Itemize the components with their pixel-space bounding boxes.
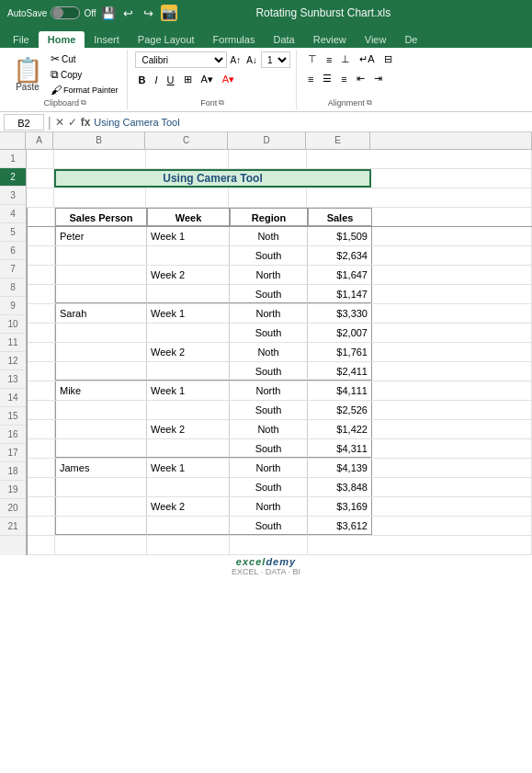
tab-data[interactable]: Data: [264, 31, 303, 48]
cell-c14[interactable]: [147, 401, 230, 419]
cell-reference[interactable]: B2: [4, 114, 44, 131]
cell-rest-17[interactable]: [372, 459, 532, 477]
cell-c5[interactable]: Week 1: [147, 227, 230, 245]
cell-a17[interactable]: [28, 459, 55, 477]
cell-c12[interactable]: [147, 362, 230, 381]
cell-c3[interactable]: [146, 188, 229, 207]
row-num-21[interactable]: 21: [0, 517, 26, 536]
cell-rest-19[interactable]: [372, 497, 532, 516]
cell-e21[interactable]: [308, 536, 532, 554]
row-num-7[interactable]: 7: [0, 260, 26, 279]
cell-a1[interactable]: [27, 150, 54, 168]
cell-b5[interactable]: Peter: [55, 227, 147, 245]
insert-function-icon[interactable]: fx: [81, 116, 91, 129]
row-num-11[interactable]: 11: [0, 334, 26, 352]
cell-b1[interactable]: [54, 150, 146, 168]
cell-c8[interactable]: [147, 285, 230, 303]
row-num-9[interactable]: 9: [0, 297, 26, 315]
cell-a10[interactable]: [28, 324, 55, 342]
cell-e6[interactable]: $2,634: [308, 246, 372, 265]
font-size-increase-icon[interactable]: A↑: [229, 55, 243, 65]
cell-a3[interactable]: [27, 188, 54, 207]
tab-home[interactable]: Home: [39, 31, 85, 48]
confirm-formula-icon[interactable]: ✓: [68, 116, 77, 129]
cell-a12[interactable]: [28, 362, 55, 381]
cell-d5[interactable]: Noth: [230, 227, 308, 245]
cell-rest-14[interactable]: [372, 401, 532, 419]
undo-icon[interactable]: ↩: [120, 5, 137, 21]
row-num-18[interactable]: 18: [0, 462, 26, 481]
cell-d3[interactable]: [229, 188, 307, 207]
col-header-a[interactable]: A: [26, 132, 53, 149]
cell-rest-5[interactable]: [372, 227, 532, 245]
align-middle-button[interactable]: ≡: [323, 52, 335, 67]
cell-b14[interactable]: [55, 401, 147, 419]
cell-b16[interactable]: [55, 439, 147, 458]
cell-a11[interactable]: [28, 343, 55, 361]
cell-d15[interactable]: Noth: [230, 420, 308, 438]
cell-rest-7[interactable]: [372, 266, 532, 284]
alignment-expand-icon[interactable]: ⧉: [367, 98, 372, 108]
cell-d11[interactable]: Noth: [230, 343, 308, 361]
cell-d14[interactable]: South: [230, 401, 308, 419]
cell-b8[interactable]: [55, 285, 147, 303]
row-num-19[interactable]: 19: [0, 481, 26, 499]
row-num-12[interactable]: 12: [0, 352, 26, 370]
cell-e8[interactable]: $1,147: [308, 285, 372, 303]
cell-c21[interactable]: [147, 536, 230, 554]
cell-d1[interactable]: [229, 150, 307, 168]
cell-a4[interactable]: [28, 208, 55, 226]
font-family-select[interactable]: Calibri: [135, 51, 227, 68]
cell-b18[interactable]: [55, 478, 147, 496]
cell-a6[interactable]: [28, 246, 55, 265]
align-left-button[interactable]: ≡: [304, 72, 317, 86]
cell-e9[interactable]: $3,330: [308, 304, 372, 323]
cell-rest-13[interactable]: [372, 381, 532, 400]
row-num-17[interactable]: 17: [0, 444, 26, 462]
bold-button[interactable]: B: [135, 73, 150, 87]
cell-c7[interactable]: Week 2: [147, 266, 230, 284]
cell-e10[interactable]: $2,007: [308, 324, 372, 342]
row-num-1[interactable]: 1: [0, 150, 26, 168]
tab-page-layout[interactable]: Page Layout: [129, 31, 204, 48]
cell-c11[interactable]: Week 2: [147, 343, 230, 361]
cell-b12[interactable]: [55, 362, 147, 381]
autosave-toggle[interactable]: [51, 6, 80, 19]
cell-c20[interactable]: [147, 517, 230, 535]
copy-button[interactable]: ⧉ Copy: [48, 67, 121, 82]
cell-b9[interactable]: Sarah: [55, 304, 147, 323]
cell-c13[interactable]: Week 1: [147, 381, 230, 400]
row-num-15[interactable]: 15: [0, 407, 26, 426]
italic-button[interactable]: I: [151, 73, 161, 87]
cell-c16[interactable]: [147, 439, 230, 458]
cell-b13[interactable]: Mike: [55, 381, 147, 400]
cell-b3[interactable]: [54, 188, 146, 207]
cell-rest-2[interactable]: [371, 169, 532, 188]
cell-d20[interactable]: South: [230, 517, 308, 535]
cell-b21[interactable]: [55, 536, 147, 554]
cell-d8[interactable]: South: [230, 285, 308, 303]
cell-a9[interactable]: [28, 304, 55, 323]
cell-b20[interactable]: [55, 517, 147, 535]
cell-b19[interactable]: [55, 497, 147, 516]
fill-color-button[interactable]: A▾: [198, 72, 217, 87]
cell-c18[interactable]: [147, 478, 230, 496]
indent-increase-button[interactable]: ⇥: [370, 71, 386, 86]
camera-icon[interactable]: 📷: [161, 5, 177, 21]
header-sales[interactable]: Sales: [308, 208, 372, 226]
cell-c1[interactable]: [146, 150, 229, 168]
cell-a18[interactable]: [28, 478, 55, 496]
cell-b10[interactable]: [55, 324, 147, 342]
col-header-c[interactable]: C: [145, 132, 228, 149]
cell-e12[interactable]: $2,411: [308, 362, 372, 381]
col-header-b[interactable]: B: [53, 132, 145, 149]
cell-rest-20[interactable]: [372, 517, 532, 535]
row-num-2[interactable]: 2: [0, 168, 26, 187]
align-top-button[interactable]: ⊤: [304, 51, 321, 67]
cell-a2[interactable]: [27, 169, 54, 188]
border-button[interactable]: ⊞: [180, 72, 196, 87]
font-size-select[interactable]: 13: [261, 51, 290, 68]
wrap-text-button[interactable]: ↵A: [356, 51, 378, 67]
cancel-formula-icon[interactable]: ✕: [55, 116, 64, 129]
cell-rest-6[interactable]: [372, 246, 532, 265]
